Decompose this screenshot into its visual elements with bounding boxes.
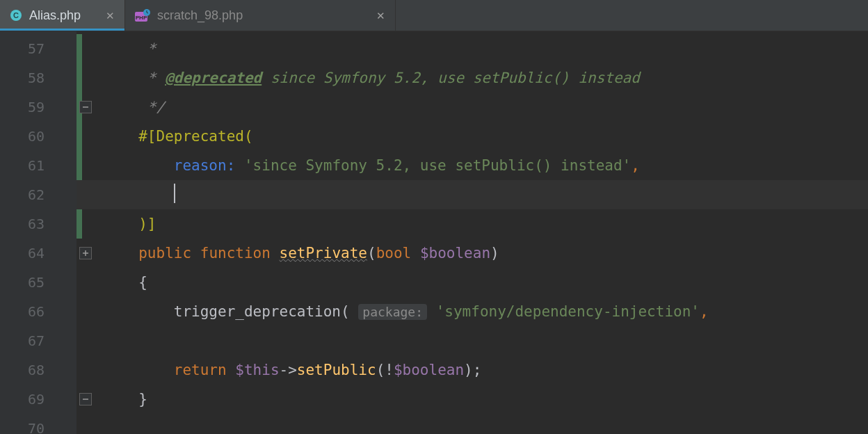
line-number: 65 <box>0 268 77 297</box>
fold-close-icon[interactable] <box>79 101 92 113</box>
line-number: 61 <box>0 151 77 180</box>
line-number: 64 <box>0 239 77 268</box>
text-caret <box>174 184 175 203</box>
close-icon[interactable]: ✕ <box>106 10 115 21</box>
tab-label: scratch_98.php <box>157 8 243 23</box>
code-area[interactable]: * * @deprecated since Symfony 5.2, use s… <box>77 31 868 434</box>
parameter-hint: package: <box>358 304 427 320</box>
file-tab-inactive[interactable]: PHP scratch_98.php ✕ <box>125 0 396 31</box>
close-icon[interactable]: ✕ <box>376 10 385 21</box>
line-number: 70 <box>0 414 77 434</box>
line-number: 68 <box>0 355 77 385</box>
line-number: 59 <box>0 93 77 122</box>
line-number: 57 <box>0 34 77 63</box>
php-scratch-icon: PHP <box>135 9 150 22</box>
line-number: 69 <box>0 385 77 414</box>
line-number: 58 <box>0 63 77 93</box>
line-number: 63 <box>0 209 77 239</box>
fold-open-icon[interactable] <box>79 247 92 259</box>
line-number: 67 <box>0 326 77 355</box>
fold-close-icon[interactable] <box>79 393 92 405</box>
tab-label: Alias.php <box>29 8 81 23</box>
class-file-icon: C <box>10 9 22 22</box>
file-tab-active[interactable]: C Alias.php ✕ <box>0 0 125 31</box>
editor-tabs: C Alias.php ✕ PHP scratch_98.php ✕ <box>0 0 868 31</box>
line-number: 62 <box>0 180 77 209</box>
code-editor[interactable]: 57 58 59 60 61 62 63 64 65 66 67 68 69 7… <box>0 31 868 434</box>
line-number: 60 <box>0 122 77 151</box>
line-number-gutter: 57 58 59 60 61 62 63 64 65 66 67 68 69 7… <box>0 31 77 434</box>
line-number: 66 <box>0 297 77 326</box>
svg-text:C: C <box>13 11 19 19</box>
code-text[interactable]: * * @deprecated since Symfony 5.2, use s… <box>77 34 868 434</box>
